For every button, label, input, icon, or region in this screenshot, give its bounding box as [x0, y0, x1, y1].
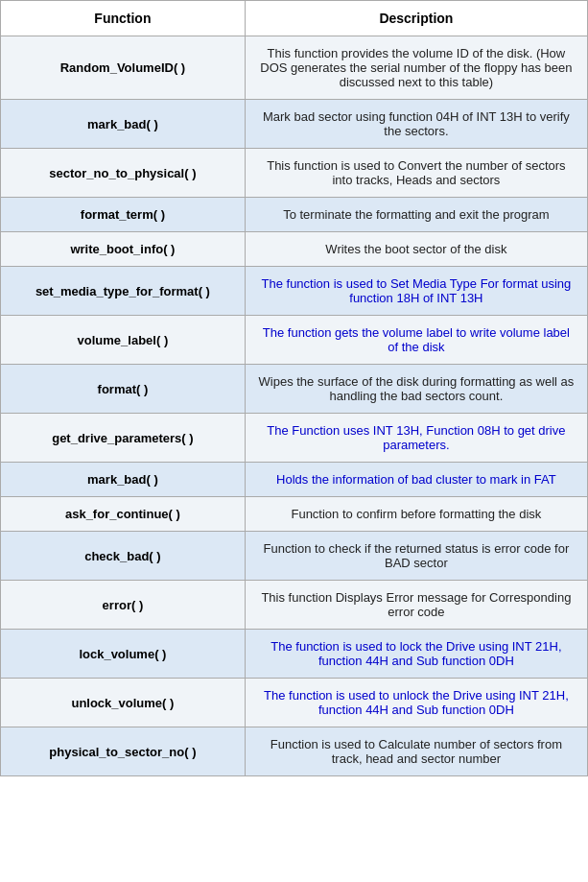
function-cell: physical_to_sector_no( )	[1, 727, 246, 776]
description-cell: This function is used to Convert the num…	[245, 149, 587, 198]
function-cell: write_boot_info( )	[1, 232, 246, 267]
description-cell: Holds the information of bad cluster to …	[245, 463, 587, 497]
description-cell: Writes the boot sector of the disk	[245, 232, 587, 267]
table-row: format( )Wipes the surface of the disk d…	[1, 365, 588, 414]
function-cell: ask_for_continue( )	[1, 497, 246, 532]
table-row: format_term( )To terminate the formattin…	[1, 198, 588, 232]
table-row: error( )This function Displays Error mes…	[1, 581, 588, 630]
description-cell: The function gets the volume label to wr…	[245, 316, 587, 365]
description-cell: Mark bad sector using function 04H of IN…	[245, 100, 587, 149]
description-cell: This function provides the volume ID of …	[245, 36, 587, 100]
table-row: ask_for_continue( )Function to confirm b…	[1, 497, 588, 532]
table-row: mark_bad( )Holds the information of bad …	[1, 463, 588, 497]
function-cell: format( )	[1, 365, 246, 414]
table-row: write_boot_info( )Writes the boot sector…	[1, 232, 588, 267]
description-cell: The Function uses INT 13H, Function 08H …	[245, 414, 587, 463]
table-row: sector_no_to_physical( )This function is…	[1, 149, 588, 198]
description-cell: The function is used to unlock the Drive…	[245, 679, 587, 727]
function-cell: format_term( )	[1, 198, 246, 232]
description-cell: To terminate the formatting and exit the…	[245, 198, 587, 232]
description-cell: This function Displays Error message for…	[245, 581, 587, 630]
table-row: check_bad( )Function to check if the ret…	[1, 532, 588, 581]
table-row: Random_VolumeID( )This function provides…	[1, 36, 588, 100]
function-cell: check_bad( )	[1, 532, 246, 581]
function-cell: unlock_volume( )	[1, 679, 246, 727]
description-cell: Function to confirm before formatting th…	[245, 497, 587, 532]
function-cell: mark_bad( )	[1, 100, 246, 149]
description-cell: The function is used to lock the Drive u…	[245, 630, 587, 679]
function-cell: volume_label( )	[1, 316, 246, 365]
table-row: get_drive_parameters( )The Function uses…	[1, 414, 588, 463]
table-row: unlock_volume( )The function is used to …	[1, 679, 588, 727]
description-cell: Wipes the surface of the disk during for…	[245, 365, 587, 414]
table-row: mark_bad( )Mark bad sector using functio…	[1, 100, 588, 149]
table-row: physical_to_sector_no( )Function is used…	[1, 727, 588, 776]
function-cell: sector_no_to_physical( )	[1, 149, 246, 198]
function-cell: error( )	[1, 581, 246, 630]
function-cell: mark_bad( )	[1, 463, 246, 497]
function-cell: Random_VolumeID( )	[1, 36, 246, 100]
description-cell: Function to check if the returned status…	[245, 532, 587, 581]
table-row: set_media_type_for_format( )The function…	[1, 267, 588, 316]
function-cell: lock_volume( )	[1, 630, 246, 679]
table-row: volume_label( )The function gets the vol…	[1, 316, 588, 365]
description-header: Description	[245, 1, 587, 36]
function-header: Function	[1, 1, 246, 36]
description-cell: The function is used to Set Media Type F…	[245, 267, 587, 316]
main-table: Function Description Random_VolumeID( )T…	[0, 0, 588, 776]
description-cell: Function is used to Calculate number of …	[245, 727, 587, 776]
function-cell: set_media_type_for_format( )	[1, 267, 246, 316]
table-row: lock_volume( )The function is used to lo…	[1, 630, 588, 679]
function-cell: get_drive_parameters( )	[1, 414, 246, 463]
